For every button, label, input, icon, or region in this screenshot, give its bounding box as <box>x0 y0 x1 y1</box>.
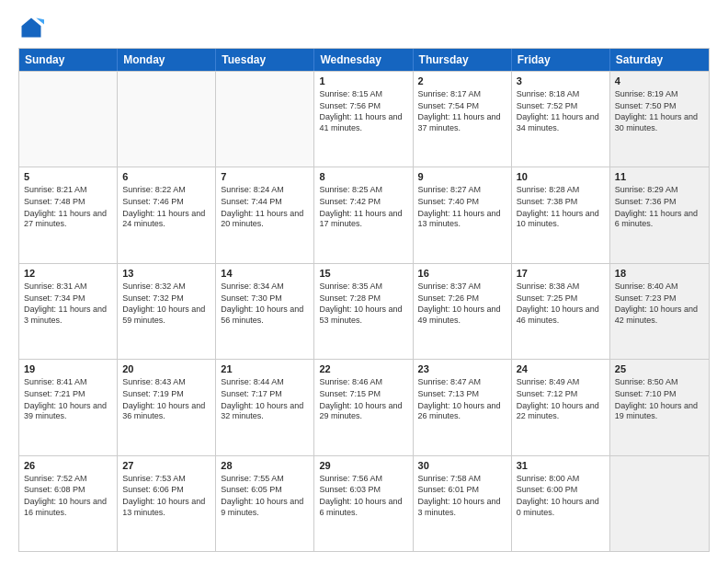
day-number: 24 <box>517 363 605 374</box>
day-number: 26 <box>24 460 112 471</box>
sunset-text: Sunset: 7:50 PM <box>615 101 704 112</box>
daylight-text: Daylight: 11 hours and 24 minutes. <box>122 209 210 230</box>
day-number: 1 <box>319 75 407 86</box>
sunset-text: Sunset: 6:01 PM <box>418 485 506 496</box>
sunrise-text: Sunrise: 8:41 AM <box>24 377 112 388</box>
sunset-text: Sunset: 7:23 PM <box>615 293 704 304</box>
cal-cell-19: 19Sunrise: 8:41 AMSunset: 7:21 PMDayligh… <box>19 360 118 454</box>
day-number: 27 <box>122 460 210 471</box>
cal-cell-6: 6Sunrise: 8:22 AMSunset: 7:46 PMDaylight… <box>118 167 216 262</box>
sunrise-text: Sunrise: 8:49 AM <box>517 377 605 388</box>
sunset-text: Sunset: 7:38 PM <box>517 197 605 208</box>
sunset-text: Sunset: 7:56 PM <box>319 101 407 112</box>
cal-cell-23: 23Sunrise: 8:47 AMSunset: 7:13 PMDayligh… <box>414 360 512 454</box>
day-number: 2 <box>418 75 506 86</box>
sunset-text: Sunset: 7:54 PM <box>418 101 506 112</box>
daylight-text: Daylight: 10 hours and 3 minutes. <box>418 497 506 518</box>
daylight-text: Daylight: 10 hours and 53 minutes. <box>319 304 407 326</box>
cal-cell-empty-4-6 <box>610 456 709 551</box>
cal-cell-5: 5Sunrise: 8:21 AMSunset: 7:48 PMDaylight… <box>19 167 118 262</box>
sunset-text: Sunset: 7:48 PM <box>24 197 112 208</box>
cal-cell-empty-0-1 <box>118 72 216 167</box>
week-row-3: 12Sunrise: 8:31 AMSunset: 7:34 PMDayligh… <box>19 263 709 359</box>
sunset-text: Sunset: 7:52 PM <box>517 101 605 112</box>
cal-cell-31: 31Sunrise: 8:00 AMSunset: 6:00 PMDayligh… <box>512 456 610 551</box>
cal-cell-3: 3Sunrise: 8:18 AMSunset: 7:52 PMDaylight… <box>512 72 610 167</box>
logo-icon <box>18 15 44 40</box>
daylight-text: Daylight: 10 hours and 29 minutes. <box>319 401 407 422</box>
sunrise-text: Sunrise: 8:17 AM <box>418 89 506 100</box>
day-number: 13 <box>122 268 210 279</box>
sunrise-text: Sunrise: 8:32 AM <box>122 282 210 293</box>
cal-cell-15: 15Sunrise: 8:35 AMSunset: 7:28 PMDayligh… <box>314 264 413 359</box>
sunset-text: Sunset: 6:05 PM <box>221 485 309 496</box>
calendar-body: 1Sunrise: 8:15 AMSunset: 7:56 PMDaylight… <box>19 71 709 551</box>
daylight-text: Daylight: 11 hours and 20 minutes. <box>221 209 309 230</box>
sunset-text: Sunset: 7:36 PM <box>615 197 704 208</box>
sunrise-text: Sunrise: 8:27 AM <box>418 185 506 196</box>
day-number: 19 <box>24 363 112 374</box>
daylight-text: Daylight: 10 hours and 42 minutes. <box>615 304 704 326</box>
day-header-tuesday: Tuesday <box>216 49 314 71</box>
cal-cell-empty-0-2 <box>216 72 314 167</box>
day-number: 23 <box>418 363 506 374</box>
day-number: 22 <box>319 363 407 374</box>
sunrise-text: Sunrise: 8:31 AM <box>24 282 112 293</box>
cal-cell-24: 24Sunrise: 8:49 AMSunset: 7:12 PMDayligh… <box>512 360 610 454</box>
daylight-text: Daylight: 10 hours and 32 minutes. <box>221 401 309 422</box>
svg-marker-0 <box>22 18 41 38</box>
daylight-text: Daylight: 10 hours and 59 minutes. <box>122 304 210 326</box>
daylight-text: Daylight: 10 hours and 36 minutes. <box>122 401 210 422</box>
daylight-text: Daylight: 10 hours and 0 minutes. <box>517 497 605 518</box>
week-row-5: 26Sunrise: 7:52 AMSunset: 6:08 PMDayligh… <box>19 455 709 551</box>
sunrise-text: Sunrise: 8:43 AM <box>122 377 210 388</box>
daylight-text: Daylight: 11 hours and 34 minutes. <box>517 112 605 133</box>
cal-cell-9: 9Sunrise: 8:27 AMSunset: 7:40 PMDaylight… <box>414 167 512 262</box>
day-number: 7 <box>221 171 309 182</box>
week-row-4: 19Sunrise: 8:41 AMSunset: 7:21 PMDayligh… <box>19 359 709 454</box>
daylight-text: Daylight: 10 hours and 22 minutes. <box>517 401 605 422</box>
cal-cell-30: 30Sunrise: 7:58 AMSunset: 6:01 PMDayligh… <box>414 456 512 551</box>
day-number: 28 <box>221 460 309 471</box>
day-number: 3 <box>517 75 605 86</box>
sunset-text: Sunset: 7:13 PM <box>418 389 506 400</box>
sunrise-text: Sunrise: 7:55 AM <box>221 474 309 485</box>
day-number: 25 <box>615 363 704 374</box>
cal-cell-10: 10Sunrise: 8:28 AMSunset: 7:38 PMDayligh… <box>512 167 610 262</box>
day-number: 31 <box>517 460 605 471</box>
cal-cell-empty-0-0 <box>19 72 118 167</box>
daylight-text: Daylight: 10 hours and 46 minutes. <box>517 304 605 326</box>
daylight-text: Daylight: 10 hours and 26 minutes. <box>418 401 506 422</box>
logo <box>18 15 48 40</box>
day-number: 18 <box>615 268 704 279</box>
cal-cell-27: 27Sunrise: 7:53 AMSunset: 6:06 PMDayligh… <box>118 456 216 551</box>
day-header-saturday: Saturday <box>610 49 709 71</box>
sunrise-text: Sunrise: 7:52 AM <box>24 474 112 485</box>
cal-cell-16: 16Sunrise: 8:37 AMSunset: 7:26 PMDayligh… <box>414 264 512 359</box>
daylight-text: Daylight: 11 hours and 37 minutes. <box>418 112 506 133</box>
cal-cell-25: 25Sunrise: 8:50 AMSunset: 7:10 PMDayligh… <box>610 360 709 454</box>
sunrise-text: Sunrise: 8:50 AM <box>615 377 704 388</box>
day-header-sunday: Sunday <box>19 49 118 71</box>
daylight-text: Daylight: 10 hours and 16 minutes. <box>24 497 112 518</box>
sunset-text: Sunset: 7:44 PM <box>221 197 309 208</box>
daylight-text: Daylight: 11 hours and 13 minutes. <box>418 209 506 230</box>
sunset-text: Sunset: 7:40 PM <box>418 197 506 208</box>
daylight-text: Daylight: 11 hours and 3 minutes. <box>24 304 112 326</box>
sunrise-text: Sunrise: 8:29 AM <box>615 185 704 196</box>
sunrise-text: Sunrise: 8:00 AM <box>517 474 605 485</box>
sunset-text: Sunset: 7:26 PM <box>418 293 506 304</box>
sunset-text: Sunset: 6:06 PM <box>122 485 210 496</box>
sunrise-text: Sunrise: 8:19 AM <box>615 89 704 100</box>
day-number: 30 <box>418 460 506 471</box>
cal-cell-8: 8Sunrise: 8:25 AMSunset: 7:42 PMDaylight… <box>314 167 413 262</box>
sunset-text: Sunset: 7:32 PM <box>122 293 210 304</box>
daylight-text: Daylight: 10 hours and 19 minutes. <box>615 401 704 422</box>
day-number: 9 <box>418 171 506 182</box>
sunrise-text: Sunrise: 8:44 AM <box>221 377 309 388</box>
day-number: 14 <box>221 268 309 279</box>
cal-cell-21: 21Sunrise: 8:44 AMSunset: 7:17 PMDayligh… <box>216 360 314 454</box>
sunset-text: Sunset: 7:15 PM <box>319 389 407 400</box>
sunrise-text: Sunrise: 8:35 AM <box>319 282 407 293</box>
cal-cell-18: 18Sunrise: 8:40 AMSunset: 7:23 PMDayligh… <box>610 264 709 359</box>
